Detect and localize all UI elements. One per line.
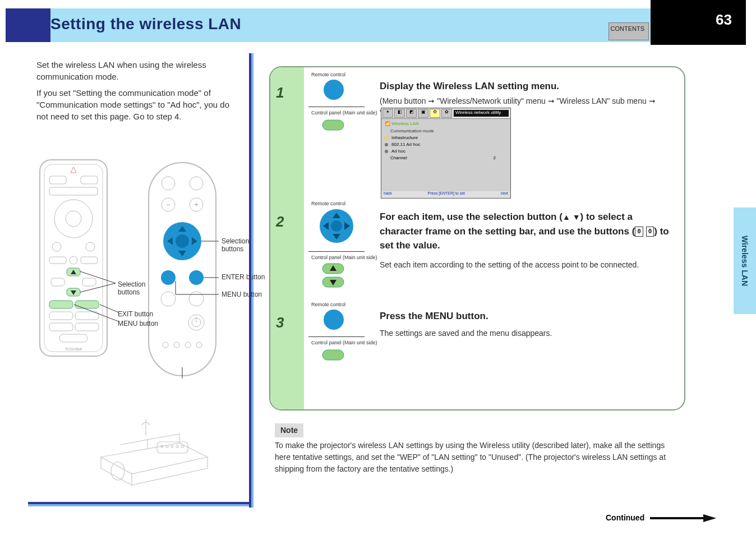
osd-tab-icon: ✿ [441, 109, 452, 118]
osd-tab-icon: ✦ [382, 109, 393, 118]
step-3-title: Press the MENU button. [380, 311, 488, 322]
note-text: To make the projector's wireless LAN set… [275, 440, 679, 475]
osd-footer-right: next [501, 191, 508, 198]
control-panel-label: Control panel (Main unit side) [311, 255, 377, 260]
osd-tab-icon: ▣ [418, 109, 428, 118]
osd-header-title: Wireless network utility [454, 110, 509, 117]
callout-panel-enter: ENTER button [222, 273, 265, 281]
svg-text:−: − [166, 201, 170, 209]
svg-point-28 [162, 177, 175, 190]
contents-label: CONTENTS [611, 25, 645, 32]
svg-line-63 [74, 305, 118, 321]
svg-line-60 [80, 271, 116, 283]
page-corner: 63 [651, 0, 746, 45]
svg-point-46 [185, 342, 191, 348]
section-side-tab: Wireless LAN [734, 207, 756, 314]
svg-rect-27 [149, 163, 216, 376]
step-1-remote-icon [311, 79, 356, 101]
control-panel-illustration: − + [146, 160, 219, 379]
svg-point-44 [163, 342, 168, 348]
steps-accent [270, 67, 304, 409]
control-panel-label: Control panel (Main unit side) [311, 340, 377, 345]
callout-menu: MENU button [118, 320, 158, 328]
svg-rect-65 [322, 120, 344, 130]
header-bar: Setting the wireless LAN 63 CONTENTS [28, 8, 746, 42]
step-2-title: For each item, use the selection button … [380, 210, 671, 253]
svg-point-58 [176, 445, 178, 448]
svg-marker-78 [650, 514, 716, 522]
steps-panel: 1 Remote control Control panel (Main uni… [269, 66, 685, 411]
svg-point-76 [324, 310, 344, 330]
continued-arrow-icon [650, 513, 717, 523]
step-1-title: Display the Wireless LAN setting menu. [380, 81, 559, 92]
continued-indicator: Continued [606, 513, 717, 523]
remote-label: Remote control [311, 201, 345, 206]
step-2-remote-icon [311, 207, 362, 247]
osd-footer-mid: Press [ENTER] to set [428, 191, 465, 198]
intro-paragraph-1: Set the wireless LAN when using the wire… [36, 59, 238, 82]
step-3-body: The settings are saved and the menu disa… [380, 328, 671, 339]
svg-point-67 [331, 220, 342, 232]
svg-line-61 [80, 283, 116, 292]
svg-point-59 [181, 445, 183, 448]
remote-label: Remote control [311, 72, 345, 77]
callout-exit: EXIT button [118, 310, 153, 318]
svg-point-47 [196, 342, 202, 348]
svg-rect-77 [322, 350, 344, 360]
svg-point-45 [174, 342, 179, 348]
svg-text:+: + [194, 201, 198, 209]
osd-label-mode: Communication mode [390, 128, 507, 133]
projector-illustration [93, 409, 216, 488]
callout-selection: Selectionbuttons [118, 280, 145, 297]
step-1-number: 1 [276, 84, 284, 102]
svg-point-56 [166, 445, 168, 448]
osd-tab-icon: ◩ [406, 109, 417, 118]
remote-label: Remote control [311, 302, 345, 307]
menu-button-icon [161, 270, 176, 285]
osd-tab-icon: ⚙ [430, 109, 440, 118]
osd-item: Ad hoc [391, 149, 405, 154]
osd-item: 802.11 Ad hoc [391, 142, 420, 147]
enter-button-icon [189, 270, 204, 285]
svg-point-64 [324, 80, 344, 100]
svg-point-29 [190, 177, 203, 190]
bottom-divider [28, 502, 249, 506]
callout-panel-menu: MENU button [222, 290, 262, 298]
char-frame-icon: 0 [646, 227, 654, 237]
callout-panel-selection: Selectionbuttons [222, 237, 249, 253]
osd-section: Wireless LAN [391, 121, 418, 126]
char-frame-icon: 0 [635, 227, 643, 237]
note-block: Note To make the projector's wireless LA… [275, 423, 679, 475]
step-3-remote-icon [311, 308, 356, 331]
osd-label-channel: Channel [390, 155, 407, 160]
page-number: 63 [716, 11, 732, 29]
remote-callout-lines [37, 157, 127, 359]
note-label: Note [275, 423, 303, 437]
control-panel-label: Control panel (Main unit side) [311, 110, 377, 116]
svg-point-39 [161, 292, 176, 306]
step-1-panel-icon [317, 118, 351, 133]
header-accent [6, 8, 50, 42]
step-3-panel-icon [317, 348, 351, 363]
svg-point-40 [189, 292, 204, 306]
svg-point-57 [171, 445, 173, 448]
continued-label: Continued [606, 513, 644, 522]
section-side-label: Wireless LAN [740, 236, 749, 286]
wifi-icon: 📶 [385, 121, 390, 126]
intro-paragraph-2: If you set "Setting the communication mo… [36, 87, 238, 122]
page-title: Setting the wireless LAN [50, 15, 241, 33]
svg-line-62 [100, 305, 118, 312]
osd-channel-value: 2 [494, 155, 496, 160]
osd-tab-icon: ◧ [394, 109, 405, 118]
step-2-body: Set each item according to the setting o… [380, 259, 671, 271]
step-3-number: 3 [276, 314, 284, 331]
osd-item: Infrastructure [391, 135, 418, 140]
step-2-panel-icon [317, 262, 351, 290]
osd-screenshot: ✦ ◧ ◩ ▣ ⚙ ✿ Wireless network utility 📶 W… [381, 108, 511, 199]
step-2-number: 2 [276, 213, 284, 230]
svg-point-34 [176, 234, 189, 248]
osd-footer-left: back [384, 191, 392, 198]
